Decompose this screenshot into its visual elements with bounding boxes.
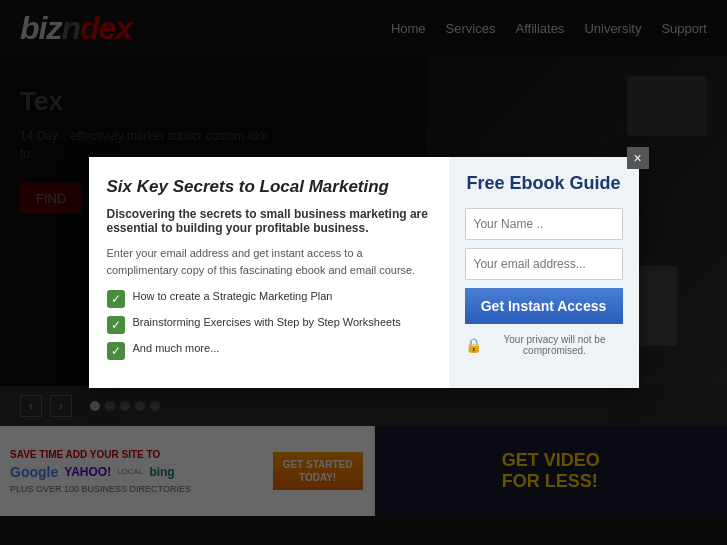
modal-body: Enter your email address and get instant… xyxy=(107,245,431,278)
privacy-text: Your privacy will not be compromised. xyxy=(487,334,623,356)
check-icon-3: ✓ xyxy=(107,342,125,360)
email-input[interactable] xyxy=(465,248,623,280)
modal-close-button[interactable]: × xyxy=(627,147,649,169)
privacy-row: 🔒 Your privacy will not be compromised. xyxy=(465,334,623,356)
modal-right: Free Ebook Guide Get Instant Access 🔒 Yo… xyxy=(449,157,639,388)
feature-item-2: ✓ Brainstorming Exercises with Step by S… xyxy=(107,316,431,334)
ebook-heading: Free Ebook Guide xyxy=(466,173,620,194)
modal-backdrop[interactable]: × Six Key Secrets to Local Marketing Dis… xyxy=(0,0,727,545)
feature-text-3: And much more... xyxy=(133,342,220,354)
feature-item-3: ✓ And much more... xyxy=(107,342,431,360)
access-button[interactable]: Get Instant Access xyxy=(465,288,623,324)
modal-heading: Six Key Secrets to Local Marketing xyxy=(107,177,431,197)
modal-left: Six Key Secrets to Local Marketing Disco… xyxy=(89,157,449,388)
modal-subtitle: Discovering the secrets to small busines… xyxy=(107,207,431,235)
check-icon-1: ✓ xyxy=(107,290,125,308)
feature-item-1: ✓ How to create a Strategic Marketing Pl… xyxy=(107,290,431,308)
feature-text-2: Brainstorming Exercises with Step by Ste… xyxy=(133,316,401,328)
name-input[interactable] xyxy=(465,208,623,240)
modal: × Six Key Secrets to Local Marketing Dis… xyxy=(89,157,639,388)
lock-icon: 🔒 xyxy=(465,337,482,353)
check-icon-2: ✓ xyxy=(107,316,125,334)
feature-text-1: How to create a Strategic Marketing Plan xyxy=(133,290,333,302)
